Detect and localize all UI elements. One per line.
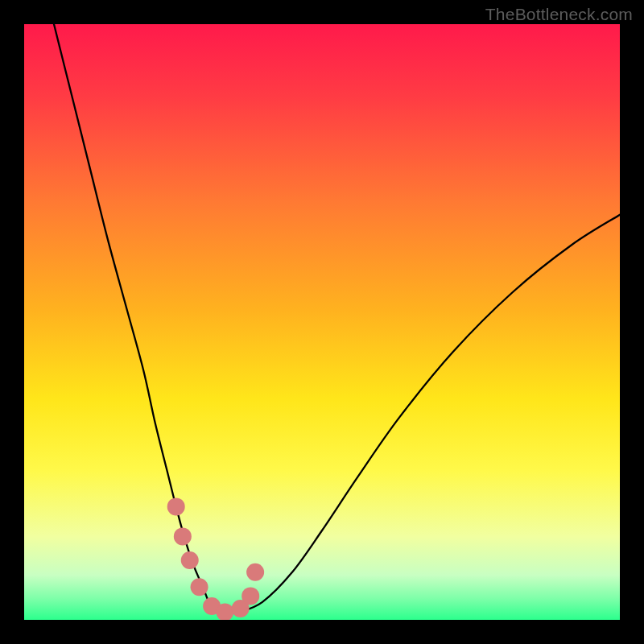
highlight-dots (167, 497, 264, 620)
plot-area (24, 24, 620, 620)
highlight-dot (191, 578, 208, 596)
highlight-dot (246, 564, 264, 581)
highlight-dot (174, 527, 192, 545)
highlight-dot (242, 587, 259, 605)
chart-frame: TheBottleneck.com (0, 0, 644, 644)
watermark-text: TheBottleneck.com (485, 5, 633, 24)
curve-layer (24, 24, 620, 620)
highlight-dot (167, 497, 185, 515)
bottleneck-curve (54, 24, 620, 614)
highlight-dot (181, 551, 199, 569)
